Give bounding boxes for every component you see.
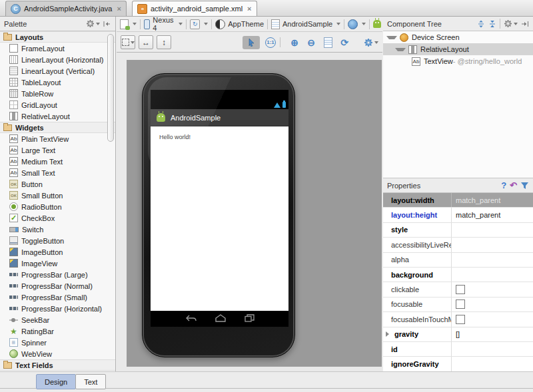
property-row-clickable[interactable]: clickable: [383, 282, 533, 297]
palette-item-webview[interactable]: WebView: [0, 348, 115, 359]
palette-section-text-fields[interactable]: Text Fields: [0, 359, 115, 371]
property-row-ignoregravity[interactable]: ignoreGravity: [383, 357, 533, 371]
hide-panel-icon[interactable]: [103, 20, 111, 28]
palette-item-tablelayout[interactable]: TableLayout: [0, 77, 115, 88]
filter-icon[interactable]: [520, 182, 529, 190]
palette-item-togglebutton[interactable]: ToggleButton: [0, 235, 115, 246]
palette-item-linearlayout-vertical[interactable]: LinearLayout (Vertical): [0, 65, 115, 77]
close-icon[interactable]: ×: [247, 5, 251, 13]
palette-item-small-text[interactable]: Small Text: [0, 167, 115, 178]
hide-panel-icon[interactable]: [521, 20, 529, 28]
property-value-cell[interactable]: [452, 282, 533, 296]
property-value-cell[interactable]: [452, 297, 533, 311]
property-value-cell[interactable]: [452, 238, 533, 252]
property-row-gravity[interactable]: gravity[]: [383, 327, 533, 342]
property-value-cell[interactable]: match_parent: [452, 193, 533, 207]
property-row-layout-height[interactable]: layout:heightmatch_parent: [383, 208, 533, 222]
palette-item-checkbox[interactable]: CheckBox: [0, 212, 115, 224]
tree-node-textview[interactable]: TextView - @string/hello_world: [383, 55, 533, 67]
palette-item-medium-text[interactable]: Medium Text: [0, 156, 115, 167]
pointer-tool-button[interactable]: [243, 36, 260, 49]
palette-item-ratingbar[interactable]: RatingBar: [0, 325, 115, 337]
property-value-cell[interactable]: []: [452, 327, 533, 341]
property-row-accessibilitylivereg[interactable]: accessibilityLiveReg: [383, 238, 533, 252]
property-row-focusable[interactable]: focusable: [383, 297, 533, 312]
palette-section-widgets[interactable]: Widgets: [0, 122, 115, 133]
orientation-selector[interactable]: ↻: [190, 19, 208, 29]
bottom-tab-design[interactable]: Design: [36, 374, 76, 389]
configuration-button[interactable]: [120, 19, 137, 29]
tree-node-device-screen[interactable]: Device Screen: [383, 31, 533, 43]
palette-item-linearlayout-horizontal[interactable]: LinearLayout (Horizontal): [0, 54, 115, 65]
hello-world-textview[interactable]: Hello world!: [159, 134, 191, 140]
property-value-cell[interactable]: [452, 357, 533, 371]
activity-selector[interactable]: AndroidSample: [271, 19, 340, 29]
reset-icon[interactable]: ↶: [510, 180, 517, 190]
palette-item-plain-textview[interactable]: Plain TextView: [0, 133, 115, 144]
palette-item-seekbar[interactable]: SeekBar: [0, 314, 115, 325]
design-canvas[interactable]: AndroidSample Hello world!: [127, 60, 382, 367]
palette-item-spinner[interactable]: Spinner: [0, 337, 115, 348]
zoom-out-button[interactable]: ⊖: [305, 36, 317, 49]
zoom-fit-button[interactable]: [121, 35, 135, 49]
editor-tab-activity-android-sample-xml[interactable]: activity_android_sample.xml×: [132, 1, 257, 16]
palette-item-imagebutton[interactable]: ImageButton: [0, 246, 115, 258]
property-row-background[interactable]: background: [383, 268, 533, 282]
help-icon[interactable]: ?: [501, 180, 506, 190]
resize-height-button[interactable]: ↕: [157, 35, 171, 49]
property-row-id[interactable]: id: [383, 342, 533, 357]
zoom-actual-button[interactable]: 1:1: [265, 36, 276, 49]
gear-icon[interactable]: [504, 19, 512, 28]
palette-item-switch[interactable]: Switch: [0, 224, 115, 235]
property-value-cell[interactable]: [452, 223, 533, 237]
palette-scrollbar[interactable]: [107, 34, 114, 142]
expander-icon[interactable]: [386, 331, 392, 337]
editor-tab-androidsampleactivity-java[interactable]: AndroidSampleActivity.java×: [5, 1, 127, 16]
property-value-cell[interactable]: [452, 268, 533, 282]
close-icon[interactable]: ×: [117, 5, 121, 13]
property-row-style[interactable]: style: [383, 223, 533, 238]
palette-item-imageview[interactable]: ImageView: [0, 258, 115, 269]
layout-content[interactable]: Hello world!: [151, 126, 288, 311]
tree-node-relativelayout[interactable]: RelativeLayout: [383, 43, 533, 55]
collapse-all-icon[interactable]: [488, 20, 496, 28]
palette-section-layouts[interactable]: Layouts: [0, 31, 115, 43]
palette-item-large-text[interactable]: Large Text: [0, 144, 115, 156]
settings-button[interactable]: [364, 36, 378, 49]
palette-item-gridlayout[interactable]: GridLayout: [0, 99, 115, 110]
property-value-cell[interactable]: [452, 312, 533, 326]
palette-item-progressbar-normal[interactable]: ProgressBar (Normal): [0, 280, 115, 292]
expander-icon[interactable]: [386, 36, 397, 39]
resize-width-button[interactable]: ↔: [139, 35, 153, 49]
refresh-button[interactable]: ⟳: [338, 36, 350, 49]
checkbox[interactable]: [456, 315, 465, 324]
property-row-focusableintouchm[interactable]: focusableInTouchM: [383, 312, 533, 327]
locale-selector[interactable]: [348, 19, 366, 29]
checkbox[interactable]: [456, 299, 465, 309]
expand-all-icon[interactable]: [477, 20, 485, 28]
preview-doc-button[interactable]: [322, 36, 334, 49]
property-row-alpha[interactable]: alpha: [383, 253, 533, 268]
device-selector[interactable]: Nexus 4: [144, 16, 183, 32]
palette-item-progressbar-large[interactable]: ProgressBar (Large): [0, 269, 115, 280]
zoom-in-button[interactable]: ⊕: [288, 36, 300, 49]
zoom-fit-icon: [122, 39, 129, 46]
palette-item-framelayout[interactable]: FrameLayout: [0, 43, 115, 54]
property-value-cell[interactable]: match_parent: [452, 208, 533, 222]
palette-item-relativelayout[interactable]: RelativeLayout: [0, 110, 115, 122]
expander-icon[interactable]: [395, 48, 406, 51]
palette-item-progressbar-small[interactable]: ProgressBar (Small): [0, 292, 115, 303]
property-name: alpha: [391, 256, 409, 264]
palette-item-button[interactable]: Button: [0, 178, 115, 190]
palette-item-progressbar-horizontal[interactable]: ProgressBar (Horizontal): [0, 303, 115, 314]
palette-item-radiobutton[interactable]: RadioButton: [0, 201, 115, 212]
property-value-cell[interactable]: [452, 253, 533, 267]
checkbox[interactable]: [456, 285, 465, 294]
palette-item-small-button[interactable]: Small Button: [0, 190, 115, 201]
property-row-layout-width[interactable]: layout:widthmatch_parent: [383, 193, 533, 208]
gear-icon[interactable]: [86, 19, 95, 28]
theme-selector[interactable]: AppTheme: [215, 19, 264, 29]
bottom-tab-text[interactable]: Text: [75, 374, 106, 389]
property-value-cell[interactable]: [452, 342, 533, 356]
palette-item-tablerow[interactable]: TableRow: [0, 88, 115, 99]
